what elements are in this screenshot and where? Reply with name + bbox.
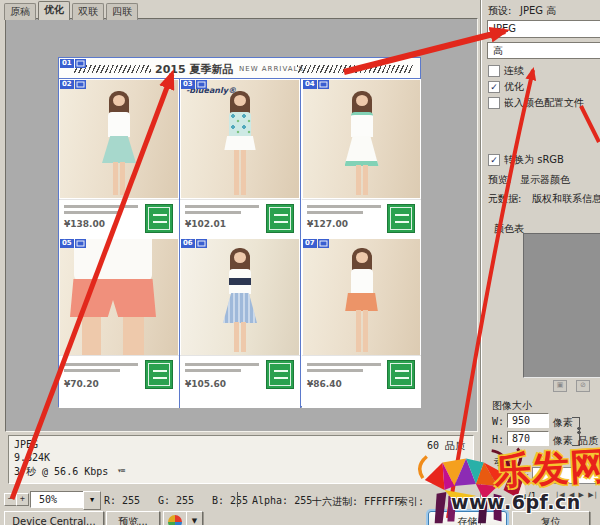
- model-figure: [344, 248, 380, 352]
- slice-icon: [75, 239, 86, 248]
- checkbox-label: 转换为 sRGB: [504, 153, 564, 167]
- optimize-status-box: JPEG 9.824K 3 秒 @ 56.6 Kbps ▾≡ 60 品质: [8, 435, 474, 484]
- checkbox-icon[interactable]: [488, 97, 500, 109]
- zoom-dropdown-arrow-icon[interactable]: ▼: [83, 491, 101, 510]
- convert-srgb-option[interactable]: ✓ 转换为 sRGB: [484, 153, 600, 167]
- desc-text-line: [64, 205, 138, 208]
- format-select-value: JPEG: [493, 23, 516, 34]
- product-info: ¥105.60: [180, 355, 300, 408]
- width-label: W:: [492, 416, 504, 427]
- optimized-image-preview[interactable]: 01 2015 夏季新品 NEW ARRIVALS: [58, 57, 421, 407]
- status-menu-icon[interactable]: ▾≡: [117, 466, 125, 475]
- color-table-delete-icon[interactable]: ⊘: [576, 380, 590, 392]
- zoom-in-button[interactable]: +: [16, 493, 29, 506]
- tab-4up[interactable]: 四联: [106, 3, 138, 20]
- slice-number: 06: [181, 239, 195, 248]
- buy-now-button-image: [387, 360, 415, 389]
- slice-icon: [75, 80, 86, 89]
- color-table-swatch-icon[interactable]: ▣: [553, 380, 567, 392]
- height-input[interactable]: 870: [507, 431, 549, 446]
- tab-original[interactable]: 原稿: [4, 3, 36, 20]
- browser-icon: [168, 515, 182, 525]
- slice-badge-03: 03: [181, 80, 207, 89]
- checkbox-icon[interactable]: ✓: [488, 81, 500, 93]
- preview-mode-value[interactable]: 显示器颜色: [520, 173, 570, 187]
- browser-select-button[interactable]: [163, 511, 188, 525]
- product-photo: [60, 239, 178, 355]
- status-format: JPEG: [14, 439, 38, 450]
- embed-color-profile-option[interactable]: 嵌入颜色配置文件: [484, 96, 600, 110]
- desc-text-line: [307, 369, 363, 372]
- preview-canvas[interactable]: 01 2015 夏季新品 NEW ARRIVALS: [5, 18, 478, 432]
- slice-badge-07: 07: [303, 239, 329, 248]
- product-photo: [303, 239, 420, 355]
- progressive-option[interactable]: 连续: [484, 64, 600, 78]
- slice-icon: [318, 80, 329, 89]
- preset-value[interactable]: JPEG 高: [520, 4, 556, 18]
- price-label: ¥105.60: [185, 379, 226, 389]
- metadata-value[interactable]: 版权和联系信息: [532, 192, 600, 206]
- device-central-button[interactable]: Device Central...: [4, 511, 104, 525]
- animation-label: 动画: [494, 455, 514, 469]
- browser-dropdown-arrow-icon[interactable]: ▼: [186, 511, 203, 525]
- slice-number: 03: [181, 80, 195, 89]
- product-photo: -blueanly®: [181, 80, 299, 198]
- slice-badge-02: 02: [60, 80, 86, 89]
- compression-quality-select[interactable]: 高: [487, 42, 600, 59]
- animation-playback-icons[interactable]: |◀ ◀ ▶ ▶|: [556, 491, 598, 499]
- slice-number: 04: [303, 80, 317, 89]
- zigzag-decoration-right: [297, 65, 413, 73]
- checkbox-icon[interactable]: ✓: [488, 154, 500, 166]
- red-value: R: 255: [104, 495, 140, 506]
- status-download-time: 3 秒 @ 56.6 Kbps: [14, 465, 108, 479]
- price-label: ¥138.00: [64, 219, 105, 229]
- width-unit: 像素: [553, 416, 573, 430]
- desc-text-line: [307, 211, 363, 214]
- panel-divider: [480, 0, 482, 525]
- product-info: ¥86.40: [302, 355, 421, 408]
- height-unit: 像素: [553, 434, 573, 448]
- checkbox-label: 嵌入颜色配置文件: [504, 96, 584, 110]
- preset-label: 预设:: [488, 4, 511, 18]
- status-file-size: 9.824K: [14, 452, 50, 463]
- price-label: ¥86.40: [307, 379, 342, 389]
- slice-cell-06[interactable]: 06 ¥105.60: [180, 238, 301, 408]
- blue-value: B: 255: [212, 495, 248, 506]
- desc-text-line: [185, 211, 241, 214]
- product-photo: [303, 80, 420, 198]
- format-select[interactable]: JPEG: [487, 20, 600, 38]
- buy-now-button-image: [145, 204, 173, 233]
- tab-optimized[interactable]: 优化: [38, 1, 70, 20]
- alpha-value: Alpha: 255: [252, 495, 312, 506]
- preview-tabbar: 原稿 优化 双联 四联: [4, 1, 138, 18]
- model-figure: [101, 91, 137, 195]
- slice-cell-07[interactable]: 07 ¥86.40: [302, 238, 421, 408]
- checkbox-icon[interactable]: [488, 65, 500, 77]
- metadata-label: 元数据:: [488, 192, 521, 206]
- preview-in-browser-button[interactable]: 预览...: [106, 511, 160, 525]
- zoom-level-field[interactable]: 50%: [30, 491, 84, 508]
- image-header-slice[interactable]: 01 2015 夏季新品 NEW ARRIVALS: [59, 58, 420, 79]
- price-label: ¥127.00: [307, 219, 348, 229]
- optimized-option[interactable]: ✓ 优化: [484, 80, 600, 94]
- slice-icon: [318, 239, 329, 248]
- loop-label: 循环选项:: [490, 470, 529, 483]
- buy-now-button-image: [145, 360, 173, 389]
- index-value: 索引:: [398, 495, 424, 509]
- banner-subtitle: NEW ARRIVALS: [239, 65, 304, 73]
- desc-text-line: [64, 211, 120, 214]
- width-input[interactable]: 950: [507, 413, 549, 428]
- slice-cell-05[interactable]: 05 ¥70.20: [59, 238, 180, 408]
- banner-title: 2015 夏季新品: [155, 62, 233, 77]
- tab-2up[interactable]: 双联: [72, 3, 104, 20]
- loop-select[interactable]: [532, 467, 600, 484]
- status-quality: 60 品质: [427, 439, 465, 453]
- slice-icon: [196, 80, 207, 89]
- slice-cell-04[interactable]: 04 ¥127.00: [302, 79, 421, 238]
- desc-text-line: [307, 205, 381, 208]
- slice-cell-03[interactable]: -blueanly® 03 ¥102.01: [180, 79, 301, 238]
- slice-cell-02[interactable]: 02 ¥138.00: [59, 79, 180, 238]
- resample-quality-label: 品质: [578, 434, 598, 448]
- product-info: ¥127.00: [302, 199, 421, 238]
- slice-badge-01: 01: [60, 59, 86, 68]
